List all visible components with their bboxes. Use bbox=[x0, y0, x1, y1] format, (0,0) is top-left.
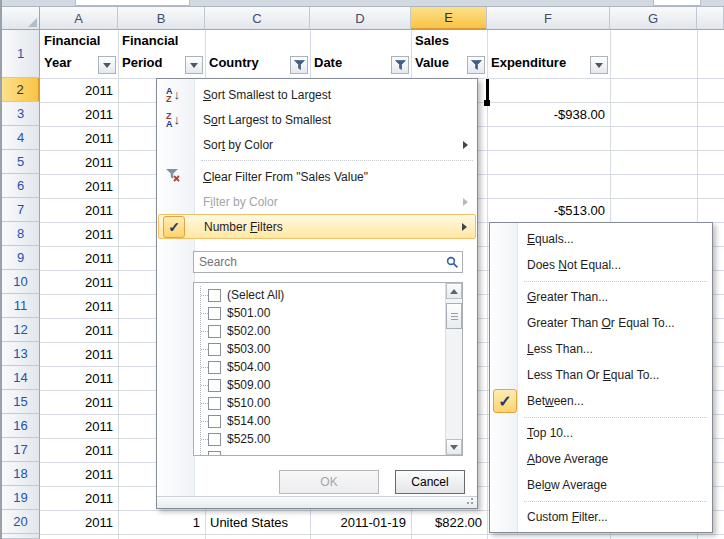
column-header-partial[interactable] bbox=[697, 7, 724, 30]
scroll-down-button[interactable] bbox=[446, 439, 462, 455]
menu-item-filter-by-color[interactable]: Filter by Color bbox=[158, 189, 476, 214]
row-header-18[interactable]: 18 bbox=[2, 462, 40, 486]
row-header-20[interactable]: 20 bbox=[2, 510, 40, 534]
search-input[interactable] bbox=[194, 255, 442, 269]
cell-a7[interactable]: 2011 bbox=[40, 198, 118, 222]
filter-button-date[interactable] bbox=[391, 56, 409, 74]
resize-grip[interactable] bbox=[157, 496, 477, 508]
row-header-3[interactable]: 3 bbox=[2, 102, 40, 126]
filter-button-sales-value[interactable] bbox=[467, 56, 485, 74]
list-scrollbar[interactable] bbox=[445, 283, 462, 455]
submenu-item-greater-than[interactable]: Greater Than... bbox=[491, 284, 711, 310]
column-header-d[interactable]: D bbox=[310, 7, 411, 30]
filter-value-525-00[interactable]: $525.00 bbox=[194, 430, 445, 448]
cell-f7[interactable]: -$513.00 bbox=[487, 198, 610, 222]
cell-b20[interactable]: 1 bbox=[118, 510, 205, 534]
cell-a11[interactable]: 2011 bbox=[40, 294, 118, 318]
checkbox-509-00[interactable] bbox=[208, 379, 221, 392]
cell-c20[interactable]: United States bbox=[205, 510, 310, 534]
row-header-10[interactable]: 10 bbox=[2, 270, 40, 294]
checkbox-select-all[interactable] bbox=[208, 289, 221, 302]
column-header-f[interactable]: F bbox=[487, 7, 610, 30]
header-cell-financial-period[interactable]: Financial Period bbox=[118, 30, 205, 78]
row-header-9[interactable]: 9 bbox=[2, 246, 40, 270]
cell-a4[interactable]: 2011 bbox=[40, 126, 118, 150]
submenu-item-below-average[interactable]: Below Average bbox=[491, 472, 711, 498]
row-header-13[interactable]: 13 bbox=[2, 342, 40, 366]
cell-a6[interactable]: 2011 bbox=[40, 174, 118, 198]
checkbox-510-00[interactable] bbox=[208, 397, 221, 410]
filter-value-501-00[interactable]: $501.00 bbox=[194, 304, 445, 322]
menu-item-sort-largest-to-smallest[interactable]: ZA↓Sort Largest to Smallest bbox=[158, 107, 476, 132]
cell-a12[interactable]: 2011 bbox=[40, 318, 118, 342]
header-cell-country[interactable]: Country bbox=[205, 30, 310, 78]
row-header-4[interactable]: 4 bbox=[2, 126, 40, 150]
submenu-item-greater-than-or-equal-to[interactable]: Greater Than Or Equal To... bbox=[491, 310, 711, 336]
submenu-item-custom-filter[interactable]: Custom Filter... bbox=[491, 504, 711, 530]
cell-a3[interactable]: 2011 bbox=[40, 102, 118, 126]
filter-value-502-00[interactable]: $502.00 bbox=[194, 322, 445, 340]
cell-a19[interactable]: 2011 bbox=[40, 486, 118, 510]
cell-a10[interactable]: 2011 bbox=[40, 270, 118, 294]
row-header-12[interactable]: 12 bbox=[2, 318, 40, 342]
row-header-2[interactable]: 2 bbox=[2, 78, 40, 102]
cell-a2[interactable]: 2011 bbox=[40, 78, 118, 102]
checkbox-partial[interactable] bbox=[208, 451, 221, 456]
filter-button-country[interactable] bbox=[290, 56, 308, 74]
select-all-corner[interactable] bbox=[2, 7, 40, 30]
row-header-5[interactable]: 5 bbox=[2, 150, 40, 174]
submenu-item-between[interactable]: ✓Between... bbox=[491, 388, 711, 414]
submenu-item-top-10[interactable]: Top 10... bbox=[491, 420, 711, 446]
cancel-button[interactable]: Cancel bbox=[395, 470, 465, 494]
cell-a5[interactable]: 2011 bbox=[40, 150, 118, 174]
row-header-17[interactable]: 17 bbox=[2, 438, 40, 462]
fill-handle[interactable] bbox=[484, 100, 490, 106]
filter-button-financial-period[interactable] bbox=[185, 56, 203, 74]
cell-a18[interactable]: 2011 bbox=[40, 462, 118, 486]
cell-a20[interactable]: 2011 bbox=[40, 510, 118, 534]
cell-a14[interactable]: 2011 bbox=[40, 366, 118, 390]
menu-item-sort-by-color[interactable]: Sort by Color bbox=[158, 132, 476, 157]
row-header-partial[interactable] bbox=[2, 534, 40, 539]
row-header-1[interactable]: 1 bbox=[2, 30, 40, 78]
ok-button[interactable]: OK bbox=[279, 470, 379, 494]
menu-item-clear-filter-from-sales-value[interactable]: Clear Filter From "Sales Value" bbox=[158, 164, 476, 189]
checkbox-514-00[interactable] bbox=[208, 415, 221, 428]
cell-a15[interactable]: 2011 bbox=[40, 390, 118, 414]
cell-e20[interactable]: $822.00 bbox=[411, 510, 487, 534]
header-cell-date[interactable]: Date bbox=[310, 30, 411, 78]
header-cell-sales-value[interactable]: Sales Value bbox=[411, 30, 487, 78]
column-header-a[interactable]: A bbox=[40, 7, 118, 30]
filter-button-expenditure[interactable] bbox=[590, 56, 608, 74]
filter-value-510-00[interactable]: $510.00 bbox=[194, 394, 445, 412]
row-header-7[interactable]: 7 bbox=[2, 198, 40, 222]
row-header-19[interactable]: 19 bbox=[2, 486, 40, 510]
filter-value-partial[interactable] bbox=[194, 448, 445, 455]
row-header-15[interactable]: 15 bbox=[2, 390, 40, 414]
cell-a16[interactable]: 2011 bbox=[40, 414, 118, 438]
cell-f3[interactable]: -$938.00 bbox=[487, 102, 610, 126]
header-cell-financial-year[interactable]: Financial Year bbox=[40, 30, 118, 78]
filter-value-504-00[interactable]: $504.00 bbox=[194, 358, 445, 376]
scroll-up-button[interactable] bbox=[446, 283, 462, 299]
row-header-16[interactable]: 16 bbox=[2, 414, 40, 438]
scrollbar-thumb[interactable] bbox=[446, 303, 462, 329]
checkbox-504-00[interactable] bbox=[208, 361, 221, 374]
column-header-e[interactable]: E bbox=[411, 7, 487, 30]
filter-value-514-00[interactable]: $514.00 bbox=[194, 412, 445, 430]
checkbox-503-00[interactable] bbox=[208, 343, 221, 356]
column-header-c[interactable]: C bbox=[205, 7, 310, 30]
submenu-item-less-than[interactable]: Less Than... bbox=[491, 336, 711, 362]
filter-value-select-all[interactable]: (Select All) bbox=[194, 286, 445, 304]
checkbox-501-00[interactable] bbox=[208, 307, 221, 320]
submenu-item-equals[interactable]: Equals... bbox=[491, 226, 711, 252]
cell-a9[interactable]: 2011 bbox=[40, 246, 118, 270]
column-header-g[interactable]: G bbox=[610, 7, 697, 30]
row-header-11[interactable]: 11 bbox=[2, 294, 40, 318]
cell-d20[interactable]: 2011-01-19 bbox=[310, 510, 411, 534]
row-header-14[interactable]: 14 bbox=[2, 366, 40, 390]
header-cell-expenditure[interactable]: Expenditure bbox=[487, 30, 610, 78]
row-header-8[interactable]: 8 bbox=[2, 222, 40, 246]
cell-a13[interactable]: 2011 bbox=[40, 342, 118, 366]
row-header-6[interactable]: 6 bbox=[2, 174, 40, 198]
